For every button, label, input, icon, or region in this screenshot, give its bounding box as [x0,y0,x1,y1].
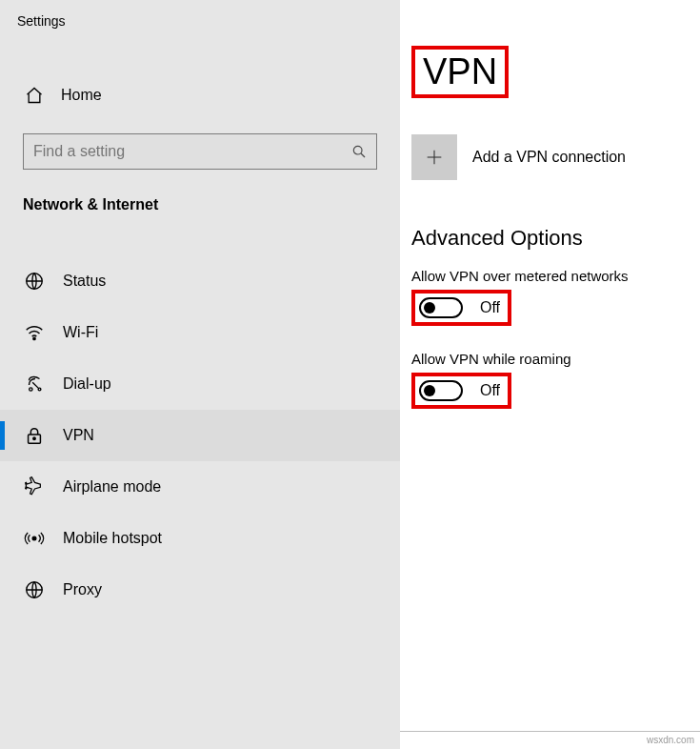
home-button[interactable]: Home [0,74,400,116]
status-icon [23,271,46,292]
sidebar-item-label: Dial-up [63,375,111,393]
sidebar-item-label: Proxy [63,581,102,598]
add-vpn-label: Add a VPN connection [472,149,626,166]
plus-icon [411,134,457,180]
advanced-options-header: Advanced Options [411,226,700,251]
dialup-icon [23,374,46,395]
watermark: wsxdn.com [647,735,694,745]
toggle-metered[interactable] [419,297,463,318]
svg-point-3 [33,337,35,339]
svg-point-8 [32,536,36,540]
sidebar-item-label: Airplane mode [63,478,161,496]
page-title: VPN [411,46,509,98]
sidebar-item-wifi[interactable]: Wi-Fi [0,307,400,358]
toggle-knob [424,302,435,314]
sidebar-item-status[interactable]: Status [0,255,400,307]
search-box[interactable] [23,133,377,170]
sidebar-item-hotspot[interactable]: Mobile hotspot [0,513,400,564]
vpn-icon [23,425,46,446]
toggle-state-text: Off [480,299,500,316]
section-header: Network & Internet [0,196,400,213]
sidebar-item-proxy[interactable]: Proxy [0,564,400,616]
divider [400,731,700,732]
sidebar-item-vpn[interactable]: VPN [0,410,400,461]
home-label: Home [61,87,102,104]
option-metered: Allow VPN over metered networks Off [411,268,700,326]
search-icon [351,144,367,159]
proxy-icon [23,579,46,600]
svg-line-1 [361,153,365,157]
svg-point-7 [33,437,35,439]
sidebar-item-dialup[interactable]: Dial-up [0,358,400,410]
option-label: Allow VPN over metered networks [411,268,700,284]
sidebar-item-label: Status [63,273,106,290]
sidebar-item-label: Mobile hotspot [63,530,162,547]
sidebar-item-airplane[interactable]: Airplane mode [0,461,400,513]
toggle-knob [424,385,435,396]
hotspot-icon [23,528,46,549]
main-content: VPN Add a VPN connection Advanced Option… [400,0,700,749]
home-icon [23,86,46,105]
option-label: Allow VPN while roaming [411,351,700,367]
toggle-highlight: Off [411,373,511,409]
sidebar-item-label: VPN [63,427,94,444]
option-roaming: Allow VPN while roaming Off [411,351,700,409]
toggle-highlight: Off [411,290,511,326]
svg-point-5 [38,388,41,391]
app-title: Settings [0,13,400,29]
toggle-roaming[interactable] [419,380,463,401]
add-vpn-button[interactable]: Add a VPN connection [411,134,700,180]
airplane-icon [23,476,46,497]
sidebar-item-label: Wi-Fi [63,324,98,341]
svg-point-0 [353,146,362,154]
wifi-icon [23,322,46,343]
search-input[interactable] [33,143,351,160]
settings-sidebar: Settings Home Network & Internet Status [0,0,400,749]
toggle-state-text: Off [480,382,500,399]
svg-point-4 [30,388,32,391]
